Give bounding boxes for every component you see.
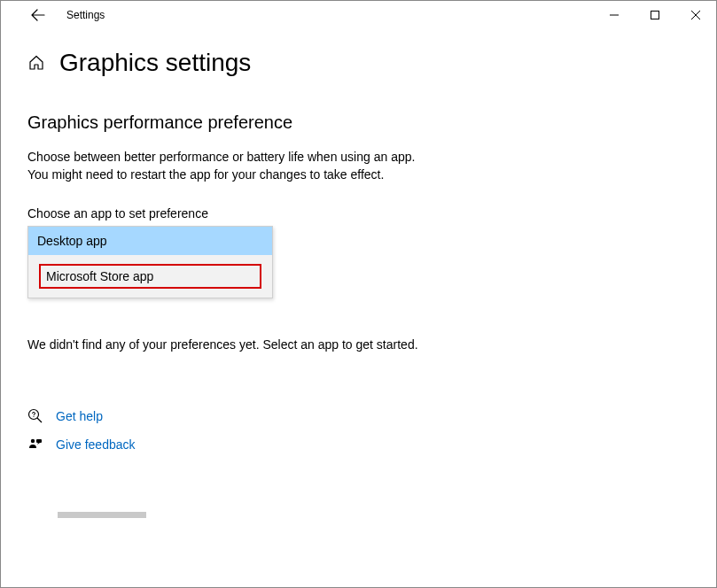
maximize-icon	[651, 11, 659, 19]
feedback-icon	[27, 437, 43, 453]
svg-point-3	[31, 439, 35, 443]
give-feedback-link[interactable]: Give feedback	[56, 437, 136, 452]
description-line-1: Choose between better performance or bat…	[27, 149, 690, 166]
page-header: Graphics settings	[27, 49, 690, 77]
minimize-button[interactable]	[594, 1, 635, 29]
page-title: Graphics settings	[59, 49, 251, 77]
window-controls	[594, 1, 716, 29]
dropdown-option-desktop-app[interactable]: Desktop app	[28, 227, 272, 255]
back-button[interactable]	[27, 4, 49, 26]
maximize-button[interactable]	[635, 1, 675, 29]
annotation-highlight: Microsoft Store app	[39, 264, 261, 289]
svg-rect-4	[36, 439, 42, 443]
svg-point-2	[33, 416, 34, 417]
empty-preferences-message: We didn't find any of your preferences y…	[27, 337, 690, 352]
app-type-dropdown[interactable]: Desktop app Microsoft Store app	[27, 226, 273, 298]
scroll-indicator	[58, 512, 146, 518]
close-button[interactable]	[675, 1, 716, 29]
app-title: Settings	[66, 9, 105, 21]
svg-rect-0	[651, 12, 659, 19]
get-help-row: Get help	[27, 408, 690, 424]
help-icon	[27, 408, 43, 424]
back-arrow-icon	[31, 8, 45, 22]
give-feedback-row: Give feedback	[27, 437, 690, 453]
dropdown-label: Choose an app to set preference	[27, 206, 690, 220]
description-block: Choose between better performance or bat…	[27, 149, 690, 183]
titlebar: Settings	[1, 1, 716, 29]
dropdown-option-microsoft-store-app[interactable]: Microsoft Store app	[28, 255, 272, 298]
content-area: Graphics settings Graphics performance p…	[1, 29, 716, 453]
description-line-2: You might need to restart the app for yo…	[27, 166, 690, 184]
section-heading: Graphics performance preference	[27, 112, 690, 133]
close-icon	[691, 11, 700, 19]
titlebar-left: Settings	[8, 4, 594, 26]
get-help-link[interactable]: Get help	[56, 409, 103, 423]
home-icon[interactable]	[27, 54, 45, 72]
minimize-icon	[610, 11, 619, 19]
